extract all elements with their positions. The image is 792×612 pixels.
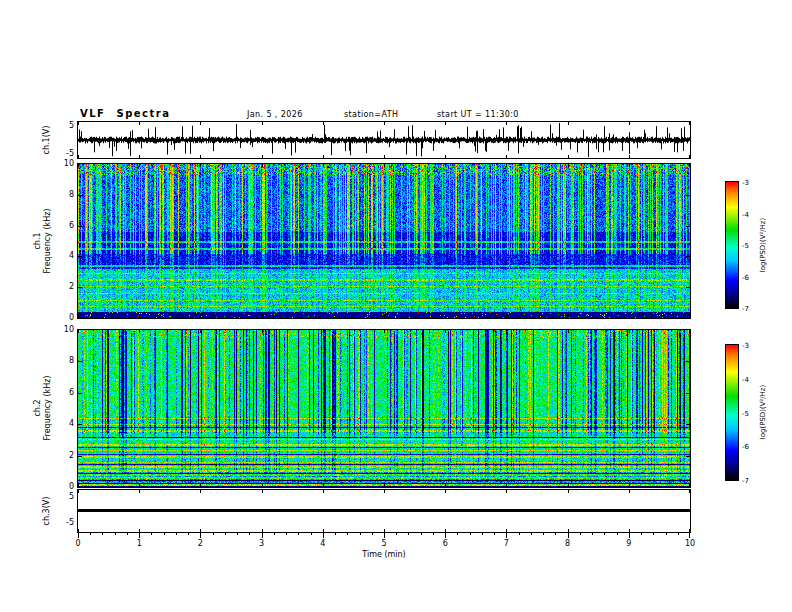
ch1-spec-ytick-label: 10: [50, 159, 74, 169]
colorbar-ch1-tick-label: -5: [742, 241, 760, 251]
ch2-spec-ytick-label: 8: [50, 356, 74, 366]
x-tick-label: 9: [619, 539, 639, 549]
colorbar-ch1-tick-label: -4: [742, 210, 760, 220]
ch1-wave-ytick-label: -5: [50, 149, 74, 159]
colorbar-ch2: [726, 345, 738, 480]
colorbar-ch2-tick-label: -3: [742, 341, 760, 351]
station-label: station=ATH: [344, 110, 398, 119]
ch2-spec-ytick-label: 6: [50, 388, 74, 398]
x-tick-label: 1: [129, 539, 149, 549]
vlf-spectra-figure: VLF Spectra Jan. 5 , 2026 station=ATH st…: [0, 0, 792, 612]
ch1-spec-ytick-label: 0: [50, 313, 74, 323]
ch2-spec-channel-label: ch.2: [33, 399, 42, 416]
ch1-spec-ytick-label: 8: [50, 190, 74, 200]
colorbar-ch1-tick-label: -6: [742, 273, 760, 283]
ch1-wave-ytick-label: 5: [50, 121, 74, 131]
x-tick-label: 8: [558, 539, 578, 549]
ch2-spec-ytick-label: 4: [50, 419, 74, 429]
ch3-wave-ytick-label: 5: [50, 492, 74, 502]
ch1-frequency-axis-label: ch.1Frequency (kHz): [33, 209, 53, 274]
ch1-spectrogram-plot: [78, 164, 690, 318]
x-tick-label: 10: [680, 539, 700, 549]
ch1-spec-channel-label: ch.1: [33, 232, 42, 249]
start-ut-label: start UT = 11:30:0: [437, 110, 519, 119]
x-tick-label: 7: [496, 539, 516, 549]
colorbar-ch1-tick-label: -3: [742, 178, 760, 188]
ch1-spec-ytick-label: 4: [50, 251, 74, 261]
ch1-waveform-plot: [78, 122, 690, 158]
ch2-spec-ytick-label: 2: [50, 451, 74, 461]
colorbar-ch2-tick-label: -7: [742, 476, 760, 486]
colorbar-ch2-tick-label: -4: [742, 375, 760, 385]
ch1-spec-ytick-label: 6: [50, 221, 74, 231]
x-tick-label: 5: [374, 539, 394, 549]
ch1-spec-ytick-label: 2: [50, 282, 74, 292]
ch1-spec-frequency-label: Frequency (kHz): [43, 209, 52, 274]
colorbar-ch1: [726, 182, 738, 308]
figure-date: Jan. 5 , 2026: [247, 110, 303, 119]
ch2-frequency-axis-label: ch.2Frequency (kHz): [33, 376, 53, 441]
colorbar-ch1-tick-label: -7: [742, 304, 760, 314]
ch2-spec-ytick-label: 0: [50, 482, 74, 492]
x-axis-label: Time (min): [334, 550, 434, 559]
ch2-spec-ytick-label: 10: [50, 325, 74, 335]
ch3-wave-ytick-label: -5: [50, 518, 74, 528]
x-tick-label: 0: [68, 539, 88, 549]
ch3-waveform-plot: [78, 490, 690, 532]
colorbar-ch2-tick-label: -5: [742, 409, 760, 419]
x-tick-label: 3: [252, 539, 272, 549]
ch2-spectrogram-plot: [78, 330, 690, 487]
x-tick-label: 2: [190, 539, 210, 549]
colorbar-ch2-tick-label: -6: [742, 442, 760, 452]
ch2-spec-frequency-label: Frequency (kHz): [43, 376, 52, 441]
x-tick-label: 4: [313, 539, 333, 549]
figure-title: VLF Spectra: [80, 108, 170, 119]
x-tick-label: 6: [435, 539, 455, 549]
